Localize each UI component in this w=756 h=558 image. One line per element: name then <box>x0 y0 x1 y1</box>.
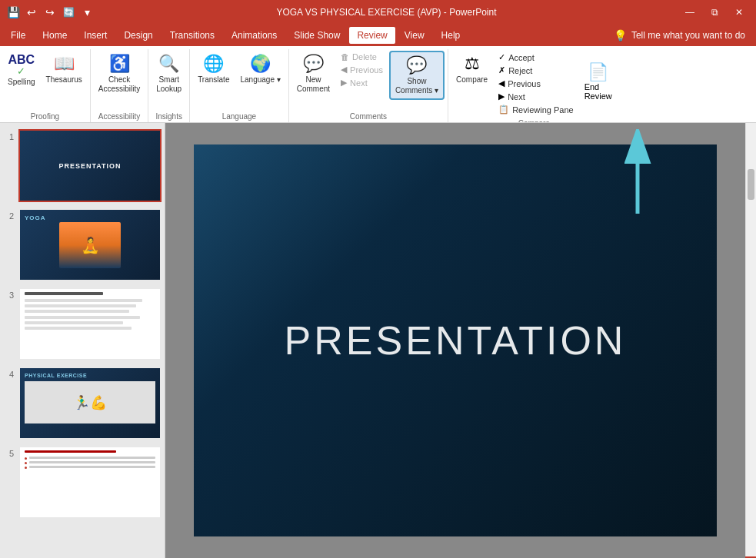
spelling-button[interactable]: ABC ✓ Spelling <box>3 51 40 90</box>
previous-comment-button: ◀ Previous <box>336 63 388 76</box>
title-bar-right: — ⧉ ✕ <box>679 2 750 23</box>
menu-insert[interactable]: Insert <box>76 27 115 44</box>
reject-button[interactable]: ✗ Reject <box>494 64 578 77</box>
next-change-icon: ▶ <box>498 91 505 101</box>
translate-button[interactable]: 🌐 Translate <box>193 51 234 88</box>
smart-lookup-button[interactable]: 🔍 SmartLookup <box>152 51 186 97</box>
accept-button[interactable]: ✓ Accept <box>494 51 578 64</box>
slide-num-3: 3 <box>3 287 14 300</box>
menu-transitions[interactable]: Transitions <box>162 27 222 44</box>
reject-icon: ✗ <box>498 65 505 75</box>
slide-panel-inner: 1 PRESENTATION 2 YOGA 3 <box>0 123 165 558</box>
canvas-scrollbar-vertical[interactable] <box>745 123 756 558</box>
language-group-label: Language <box>222 112 257 121</box>
menu-help[interactable]: Help <box>434 27 468 44</box>
comments-group-label: Comments <box>350 112 387 121</box>
thumb-5-b3 <box>25 466 155 469</box>
prev-change-label: Previous <box>508 79 541 88</box>
accessibility-group-label: Accessibility <box>98 112 140 121</box>
menu-review[interactable]: Review <box>349 27 395 44</box>
menu-animations[interactable]: Animations <box>224 27 285 44</box>
refresh-icon[interactable]: 🔄 <box>62 5 75 19</box>
ribbon-group-language: 🌐 Translate 🌍 Language ▾ Language <box>190 49 289 122</box>
slide-img-4[interactable]: PHYSICAL EXERCISE 🏃‍♂️💪 <box>18 367 162 440</box>
slide-num-5: 5 <box>3 446 14 458</box>
tell-me-text[interactable]: Tell me what you want to do <box>631 30 745 41</box>
language-button[interactable]: 🌍 Language ▾ <box>235 51 285 88</box>
title-bar-left: 💾 ↩ ↪ 🔄 ▾ <box>6 5 94 19</box>
slide-thumb-3[interactable]: 3 <box>3 287 162 360</box>
menu-slideshow[interactable]: Slide Show <box>286 27 348 44</box>
thumb-4-image: 🏃‍♂️💪 <box>25 381 155 423</box>
menu-design[interactable]: Design <box>116 27 160 44</box>
ribbon: ABC ✓ Spelling 📖 Thesaurus Proofing ♿ Ch… <box>0 46 756 123</box>
slide-thumb-1[interactable]: 1 PRESENTATION <box>3 129 162 202</box>
reject-label: Reject <box>508 66 532 75</box>
end-review-label: EndReview <box>584 82 612 101</box>
next-change-button[interactable]: ▶ Next <box>494 90 578 103</box>
restore-button[interactable]: ⧉ <box>704 2 725 23</box>
compare-label: Compare <box>456 75 488 85</box>
check-accessibility-button[interactable]: ♿ CheckAccessibility <box>94 51 145 97</box>
thumb-3-line-2 <box>25 304 136 307</box>
smart-lookup-label: SmartLookup <box>156 75 182 94</box>
slide-thumb-4[interactable]: 4 PHYSICAL EXERCISE 🏃‍♂️💪 <box>3 367 162 440</box>
customize-icon[interactable]: ▾ <box>80 5 94 19</box>
insights-content: 🔍 SmartLookup <box>152 51 186 109</box>
accessibility-label: CheckAccessibility <box>98 75 140 94</box>
minimize-button[interactable]: — <box>679 2 701 23</box>
slide-main-title: PRESENTATION <box>285 317 627 364</box>
undo-icon[interactable]: ↩ <box>25 5 38 19</box>
thumb-3-line-6 <box>25 327 132 330</box>
slide-img-1[interactable]: PRESENTATION <box>18 129 162 202</box>
show-comments-label: ShowComments ▾ <box>395 77 438 95</box>
slide-img-5[interactable] <box>18 446 162 519</box>
thumb-5-t2 <box>29 461 155 463</box>
slide-num-1: 1 <box>3 129 14 141</box>
translate-label: Translate <box>198 75 229 85</box>
slide-img-2[interactable]: YOGA <box>18 208 162 281</box>
show-comments-button[interactable]: 💬 ShowComments ▾ <box>389 51 445 100</box>
slide-thumb-2[interactable]: 2 YOGA <box>3 208 162 281</box>
accept-label: Accept <box>508 53 535 62</box>
redo-icon[interactable]: ↪ <box>43 5 57 19</box>
thumb-bg-2: YOGA <box>20 210 160 280</box>
slide-img-3[interactable] <box>18 287 162 360</box>
previous-icon: ◀ <box>341 65 347 75</box>
spelling-label: Spelling <box>8 78 35 87</box>
slide-num-4: 4 <box>3 367 14 379</box>
proofing-content: ABC ✓ Spelling 📖 Thesaurus <box>3 51 87 109</box>
proofing-group-label: Proofing <box>31 112 59 121</box>
thumb-3-line-5 <box>25 321 123 324</box>
delete-label: Delete <box>352 52 377 61</box>
smart-lookup-icon: 🔍 <box>158 54 179 74</box>
slide-thumb-5[interactable]: 5 <box>3 446 162 519</box>
title-bar: 💾 ↩ ↪ 🔄 ▾ YOGA VS PHYSICAL EXERCISE (AVP… <box>0 0 756 25</box>
close-button[interactable]: ✕ <box>728 2 750 23</box>
accept-reject-area: ✓ Accept ✗ Reject ◀ Previous ▶ Next 📋 <box>494 51 578 116</box>
tell-me-area[interactable]: 💡 Tell me what you want to do <box>606 26 753 45</box>
end-review-icon: 📄 <box>588 62 608 82</box>
previous-change-button[interactable]: ◀ Previous <box>494 77 578 90</box>
thumb-1-title: PRESENTATION <box>58 162 121 170</box>
compare-button[interactable]: ⚖ Compare <box>451 51 492 88</box>
menu-view[interactable]: View <box>397 27 432 44</box>
previous-label: Previous <box>350 65 383 75</box>
show-comments-icon: 💬 <box>406 55 427 75</box>
thumb-3-line-4 <box>25 316 140 319</box>
window-title: YOGA VS PHYSICAL EXERCISE (AVP) - PowerP… <box>94 7 679 18</box>
next-comment-button: ▶ Next <box>336 76 388 89</box>
language-content: 🌐 Translate 🌍 Language ▾ <box>193 51 285 109</box>
next-change-label: Next <box>508 92 525 101</box>
translate-icon: 🌐 <box>203 54 224 74</box>
new-comment-button[interactable]: 💬 NewComment <box>292 51 335 97</box>
scrollbar-thumb-v[interactable] <box>748 169 754 200</box>
menu-home[interactable]: Home <box>35 27 75 44</box>
save-icon[interactable]: 💾 <box>6 5 20 19</box>
reviewing-pane-button[interactable]: 📋 Reviewing Pane <box>494 103 578 116</box>
thesaurus-button[interactable]: 📖 Thesaurus <box>42 51 87 88</box>
accessibility-content: ♿ CheckAccessibility <box>94 51 145 109</box>
end-review-button[interactable]: 📄 EndReview <box>580 51 617 112</box>
menu-file[interactable]: File <box>3 27 33 44</box>
thesaurus-icon: 📖 <box>54 54 75 74</box>
